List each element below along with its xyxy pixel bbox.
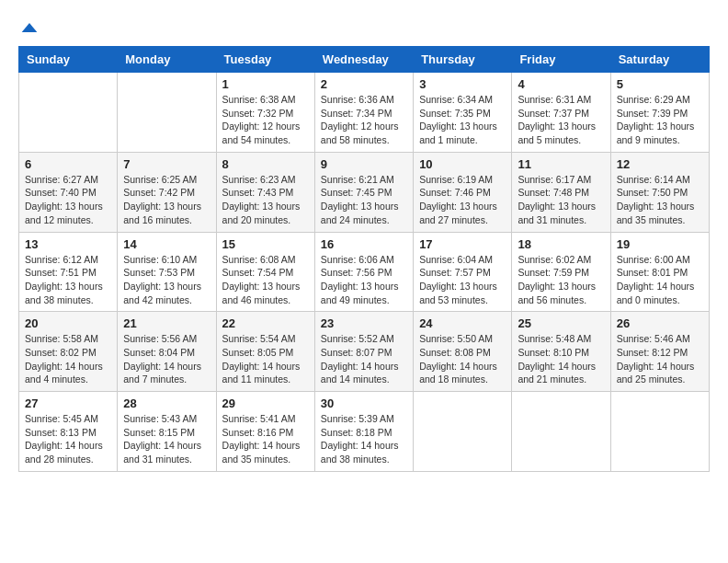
day-info: Sunrise: 6:02 AM Sunset: 7:59 PM Dayligh… bbox=[518, 253, 604, 307]
calendar-cell: 15Sunrise: 6:08 AM Sunset: 7:54 PM Dayli… bbox=[216, 232, 314, 312]
day-number: 20 bbox=[25, 316, 111, 330]
day-number: 17 bbox=[419, 237, 506, 251]
calendar-cell: 6Sunrise: 6:27 AM Sunset: 7:40 PM Daylig… bbox=[19, 152, 118, 232]
day-number: 12 bbox=[617, 157, 703, 171]
calendar-cell: 7Sunrise: 6:25 AM Sunset: 7:42 PM Daylig… bbox=[118, 152, 216, 232]
day-number: 22 bbox=[222, 316, 309, 330]
day-number: 19 bbox=[617, 237, 703, 251]
calendar-cell bbox=[414, 392, 512, 472]
calendar-cell: 10Sunrise: 6:19 AM Sunset: 7:46 PM Dayli… bbox=[414, 152, 512, 232]
calendar-cell: 3Sunrise: 6:34 AM Sunset: 7:35 PM Daylig… bbox=[414, 73, 512, 153]
day-number: 16 bbox=[321, 237, 407, 251]
day-number: 25 bbox=[518, 316, 604, 330]
day-number: 4 bbox=[518, 77, 604, 91]
day-number: 29 bbox=[222, 396, 309, 410]
day-info: Sunrise: 6:21 AM Sunset: 7:45 PM Dayligh… bbox=[321, 173, 407, 227]
day-info: Sunrise: 5:39 AM Sunset: 8:18 PM Dayligh… bbox=[321, 412, 407, 466]
day-info: Sunrise: 6:38 AM Sunset: 7:32 PM Dayligh… bbox=[222, 93, 309, 147]
day-number: 8 bbox=[222, 157, 309, 171]
day-header-tuesday: Tuesday bbox=[216, 47, 314, 73]
calendar-cell: 2Sunrise: 6:36 AM Sunset: 7:34 PM Daylig… bbox=[314, 73, 413, 153]
calendar-cell: 16Sunrise: 6:06 AM Sunset: 7:56 PM Dayli… bbox=[314, 232, 413, 312]
day-info: Sunrise: 6:25 AM Sunset: 7:42 PM Dayligh… bbox=[123, 173, 210, 227]
calendar-cell: 1Sunrise: 6:38 AM Sunset: 7:32 PM Daylig… bbox=[216, 73, 314, 153]
calendar-week-row: 27Sunrise: 5:45 AM Sunset: 8:13 PM Dayli… bbox=[19, 392, 710, 472]
calendar-cell: 14Sunrise: 6:10 AM Sunset: 7:53 PM Dayli… bbox=[118, 232, 216, 312]
day-info: Sunrise: 6:31 AM Sunset: 7:37 PM Dayligh… bbox=[518, 93, 604, 147]
day-info: Sunrise: 6:17 AM Sunset: 7:48 PM Dayligh… bbox=[518, 173, 604, 227]
day-number: 23 bbox=[321, 316, 407, 330]
calendar-cell: 23Sunrise: 5:52 AM Sunset: 8:07 PM Dayli… bbox=[314, 312, 413, 392]
svg-marker-0 bbox=[22, 23, 38, 32]
day-header-monday: Monday bbox=[118, 47, 216, 73]
day-number: 9 bbox=[321, 157, 407, 171]
calendar-cell: 28Sunrise: 5:43 AM Sunset: 8:15 PM Dayli… bbox=[118, 392, 216, 472]
day-info: Sunrise: 5:41 AM Sunset: 8:16 PM Dayligh… bbox=[222, 412, 309, 466]
calendar-cell: 17Sunrise: 6:04 AM Sunset: 7:57 PM Dayli… bbox=[414, 232, 512, 312]
day-info: Sunrise: 6:06 AM Sunset: 7:56 PM Dayligh… bbox=[321, 253, 407, 307]
day-header-thursday: Thursday bbox=[414, 47, 512, 73]
calendar-cell: 5Sunrise: 6:29 AM Sunset: 7:39 PM Daylig… bbox=[610, 73, 709, 153]
day-number: 7 bbox=[123, 157, 210, 171]
day-info: Sunrise: 5:43 AM Sunset: 8:15 PM Dayligh… bbox=[123, 412, 210, 466]
calendar-cell: 25Sunrise: 5:48 AM Sunset: 8:10 PM Dayli… bbox=[512, 312, 610, 392]
calendar-cell: 20Sunrise: 5:58 AM Sunset: 8:02 PM Dayli… bbox=[19, 312, 118, 392]
header bbox=[18, 18, 710, 37]
calendar-cell: 8Sunrise: 6:23 AM Sunset: 7:43 PM Daylig… bbox=[216, 152, 314, 232]
calendar-cell: 26Sunrise: 5:46 AM Sunset: 8:12 PM Dayli… bbox=[610, 312, 709, 392]
calendar-cell bbox=[118, 73, 216, 153]
calendar-week-row: 6Sunrise: 6:27 AM Sunset: 7:40 PM Daylig… bbox=[19, 152, 710, 232]
day-info: Sunrise: 6:36 AM Sunset: 7:34 PM Dayligh… bbox=[321, 93, 407, 147]
day-number: 14 bbox=[123, 237, 210, 251]
day-info: Sunrise: 6:29 AM Sunset: 7:39 PM Dayligh… bbox=[617, 93, 703, 147]
day-number: 28 bbox=[123, 396, 210, 410]
logo bbox=[18, 18, 39, 37]
day-info: Sunrise: 6:10 AM Sunset: 7:53 PM Dayligh… bbox=[123, 253, 210, 307]
day-info: Sunrise: 6:08 AM Sunset: 7:54 PM Dayligh… bbox=[222, 253, 309, 307]
calendar-cell: 18Sunrise: 6:02 AM Sunset: 7:59 PM Dayli… bbox=[512, 232, 610, 312]
calendar-header-row: SundayMondayTuesdayWednesdayThursdayFrid… bbox=[19, 47, 710, 73]
day-number: 30 bbox=[321, 396, 407, 410]
day-info: Sunrise: 5:48 AM Sunset: 8:10 PM Dayligh… bbox=[518, 332, 604, 386]
day-number: 21 bbox=[123, 316, 210, 330]
calendar-cell bbox=[610, 392, 709, 472]
day-info: Sunrise: 6:34 AM Sunset: 7:35 PM Dayligh… bbox=[419, 93, 506, 147]
calendar-cell: 22Sunrise: 5:54 AM Sunset: 8:05 PM Dayli… bbox=[216, 312, 314, 392]
day-header-saturday: Saturday bbox=[610, 47, 709, 73]
day-number: 2 bbox=[321, 77, 407, 91]
calendar-cell: 9Sunrise: 6:21 AM Sunset: 7:45 PM Daylig… bbox=[314, 152, 413, 232]
day-info: Sunrise: 6:00 AM Sunset: 8:01 PM Dayligh… bbox=[617, 253, 703, 307]
calendar-cell: 27Sunrise: 5:45 AM Sunset: 8:13 PM Dayli… bbox=[19, 392, 118, 472]
day-number: 15 bbox=[222, 237, 309, 251]
day-number: 3 bbox=[419, 77, 506, 91]
calendar-cell: 13Sunrise: 6:12 AM Sunset: 7:51 PM Dayli… bbox=[19, 232, 118, 312]
logo-icon bbox=[20, 18, 39, 37]
day-number: 26 bbox=[617, 316, 703, 330]
day-info: Sunrise: 6:23 AM Sunset: 7:43 PM Dayligh… bbox=[222, 173, 309, 227]
calendar-cell: 24Sunrise: 5:50 AM Sunset: 8:08 PM Dayli… bbox=[414, 312, 512, 392]
day-info: Sunrise: 6:12 AM Sunset: 7:51 PM Dayligh… bbox=[25, 253, 111, 307]
day-header-sunday: Sunday bbox=[19, 47, 118, 73]
day-info: Sunrise: 6:19 AM Sunset: 7:46 PM Dayligh… bbox=[419, 173, 506, 227]
day-info: Sunrise: 5:50 AM Sunset: 8:08 PM Dayligh… bbox=[419, 332, 506, 386]
day-info: Sunrise: 6:14 AM Sunset: 7:50 PM Dayligh… bbox=[617, 173, 703, 227]
day-number: 6 bbox=[25, 157, 111, 171]
calendar-cell: 11Sunrise: 6:17 AM Sunset: 7:48 PM Dayli… bbox=[512, 152, 610, 232]
day-number: 27 bbox=[25, 396, 111, 410]
calendar-cell bbox=[512, 392, 610, 472]
day-number: 13 bbox=[25, 237, 111, 251]
day-info: Sunrise: 5:45 AM Sunset: 8:13 PM Dayligh… bbox=[25, 412, 111, 466]
day-info: Sunrise: 5:54 AM Sunset: 8:05 PM Dayligh… bbox=[222, 332, 309, 386]
day-info: Sunrise: 6:04 AM Sunset: 7:57 PM Dayligh… bbox=[419, 253, 506, 307]
day-info: Sunrise: 5:56 AM Sunset: 8:04 PM Dayligh… bbox=[123, 332, 210, 386]
day-header-wednesday: Wednesday bbox=[314, 47, 413, 73]
calendar-week-row: 20Sunrise: 5:58 AM Sunset: 8:02 PM Dayli… bbox=[19, 312, 710, 392]
calendar-cell bbox=[19, 73, 118, 153]
day-number: 5 bbox=[617, 77, 703, 91]
calendar-week-row: 13Sunrise: 6:12 AM Sunset: 7:51 PM Dayli… bbox=[19, 232, 710, 312]
calendar-cell: 12Sunrise: 6:14 AM Sunset: 7:50 PM Dayli… bbox=[610, 152, 709, 232]
day-info: Sunrise: 6:27 AM Sunset: 7:40 PM Dayligh… bbox=[25, 173, 111, 227]
calendar-cell: 21Sunrise: 5:56 AM Sunset: 8:04 PM Dayli… bbox=[118, 312, 216, 392]
calendar-table: SundayMondayTuesdayWednesdayThursdayFrid… bbox=[18, 46, 710, 472]
calendar-cell: 4Sunrise: 6:31 AM Sunset: 7:37 PM Daylig… bbox=[512, 73, 610, 153]
